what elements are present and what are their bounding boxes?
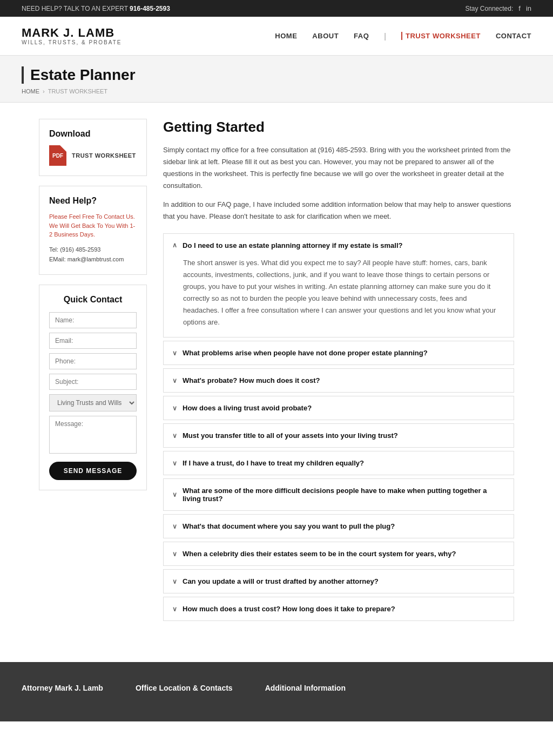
help-text: NEED HELP? TALK TO AN EXPERT 916-485-259… [22, 5, 170, 12]
nav-contact[interactable]: CONTACT [496, 32, 531, 40]
faq-question: If I have a trust, do I have to treat my… [183, 459, 364, 467]
chevron-icon: ∨ [172, 491, 177, 498]
need-help-box: Need Help? Please Feel Free To Contact U… [39, 186, 147, 275]
faq-header[interactable]: ∨What problems arise when people have no… [164, 341, 514, 364]
chevron-icon: ∨ [172, 550, 177, 558]
quick-contact-title: Quick Contact [49, 295, 137, 305]
faq-question: Must you transfer title to all of your a… [183, 431, 398, 440]
faq-item: ∨When a celebrity dies their estates see… [163, 542, 514, 566]
faq-question: How much does a trust cost? How long doe… [183, 605, 395, 613]
faq-list: ∧Do I need to use an estate planning att… [163, 233, 514, 622]
faq-header[interactable]: ∨How much does a trust cost? How long do… [164, 597, 514, 620]
send-message-button[interactable]: SEND MESSAGE [49, 462, 137, 480]
faq-header[interactable]: ∨What are some of the more difficult dec… [164, 479, 514, 510]
chevron-icon: ∨ [172, 432, 177, 440]
faq-question: What's probate? How much does it cost? [183, 376, 320, 384]
need-help-text: Please Feel Free To Contact Us. We Will … [49, 212, 137, 239]
chevron-icon: ∨ [172, 605, 177, 613]
quick-contact-box: Quick Contact Living Trusts and Wills SE… [39, 285, 147, 490]
download-box: Download PDF TRUST WORKSHEET [39, 119, 147, 176]
nav-home[interactable]: HOME [275, 32, 297, 40]
linkedin-link[interactable]: in [526, 4, 531, 12]
main-layout: Download PDF TRUST WORKSHEET Need Help? … [17, 103, 536, 640]
message-input[interactable] [49, 416, 137, 454]
chevron-icon: ∧ [172, 241, 177, 249]
sidebar: Download PDF TRUST WORKSHEET Need Help? … [39, 119, 147, 624]
faq-item: ∨Can you update a will or trust drafted … [163, 569, 514, 593]
faq-item: ∨If I have a trust, do I have to treat m… [163, 451, 514, 475]
header: MARK J. LAMB WILLS, TRUSTS, & PROBATE HO… [0, 17, 553, 56]
nav-faq[interactable]: FAQ [354, 32, 369, 40]
email-input[interactable] [49, 333, 137, 349]
contact-info: Tel: (916) 485-2593 EMail: mark@lambtrus… [49, 245, 137, 265]
faq-header[interactable]: ∨What's probate? How much does it cost? [164, 369, 514, 392]
faq-question: What problems arise when people have not… [183, 349, 428, 357]
faq-item: ∨How does a living trust avoid probate? [163, 396, 514, 420]
chevron-icon: ∨ [172, 523, 177, 530]
faq-question: What's that document where you say you w… [183, 522, 395, 530]
footer: Attorney Mark J. Lamb Office Location & … [0, 662, 553, 721]
faq-item: ∨How much does a trust cost? How long do… [163, 597, 514, 621]
faq-header[interactable]: ∨Can you update a will or trust drafted … [164, 570, 514, 593]
faq-item: ∨What are some of the more difficult dec… [163, 478, 514, 511]
chevron-icon: ∨ [172, 349, 177, 357]
chevron-icon: ∨ [172, 377, 177, 384]
pdf-icon: PDF [49, 145, 66, 166]
nav-about[interactable]: ABOUT [312, 32, 339, 40]
name-input[interactable] [49, 312, 137, 328]
content-area: Getting Started Simply contact my office… [163, 119, 514, 624]
faq-question: What are some of the more difficult deci… [183, 487, 505, 503]
breadcrumb-current: TRUST WORKSHEET [48, 88, 107, 94]
logo: MARK J. LAMB WILLS, TRUSTS, & PROBATE [22, 26, 122, 45]
footer-grid: Attorney Mark J. Lamb Office Location & … [22, 684, 531, 700]
chevron-icon: ∨ [172, 460, 177, 467]
faq-item: ∨What's that document where you say you … [163, 514, 514, 538]
faq-header[interactable]: ∨What's that document where you say you … [164, 515, 514, 538]
faq-question: When a celebrity dies their estates seem… [183, 550, 456, 558]
main-nav: HOME ABOUT FAQ | TRUST WORKSHEET CONTACT [275, 32, 531, 40]
faq-question: Do I need to use an estate planning atto… [183, 241, 402, 249]
breadcrumb-home[interactable]: HOME [22, 88, 39, 94]
faq-item: ∧Do I need to use an estate planning att… [163, 233, 514, 338]
faq-header[interactable]: ∧Do I need to use an estate planning att… [164, 234, 514, 257]
faq-header[interactable]: ∨Must you transfer title to all of your … [164, 424, 514, 447]
chevron-icon: ∨ [172, 578, 177, 585]
download-label: TRUST WORKSHEET [72, 152, 136, 159]
faq-header[interactable]: ∨When a celebrity dies their estates see… [164, 542, 514, 565]
topic-select[interactable]: Living Trusts and Wills [49, 394, 137, 411]
page-title: Estate Planner [22, 66, 531, 84]
nav-trust-worksheet[interactable]: TRUST WORKSHEET [401, 32, 481, 40]
breadcrumb: HOME › TRUST WORKSHEET [22, 88, 531, 94]
page-header: Estate Planner HOME › TRUST WORKSHEET [0, 56, 553, 103]
footer-col-3: Additional Information [265, 684, 346, 700]
section-title: Getting Started [163, 119, 514, 136]
intro-paragraph-2: In addition to our FAQ page, I have incl… [163, 199, 514, 222]
phone-input[interactable] [49, 353, 137, 369]
intro-paragraph-1: Simply contact my office for a free cons… [163, 144, 514, 192]
chevron-icon: ∨ [172, 404, 177, 412]
faq-question: How does a living trust avoid probate? [183, 404, 312, 412]
download-title: Download [49, 129, 137, 139]
download-item[interactable]: PDF TRUST WORKSHEET [49, 145, 137, 166]
subject-input[interactable] [49, 374, 137, 390]
faq-item: ∨What problems arise when people have no… [163, 341, 514, 365]
footer-col-2: Office Location & Contacts [136, 684, 233, 700]
facebook-link[interactable]: f [518, 4, 521, 12]
faq-answer: The short answer is yes. What did you ex… [164, 257, 514, 338]
footer-col-1: Attorney Mark J. Lamb [22, 684, 103, 700]
top-bar: NEED HELP? TALK TO AN EXPERT 916-485-259… [0, 0, 553, 17]
faq-header[interactable]: ∨If I have a trust, do I have to treat m… [164, 451, 514, 475]
faq-header[interactable]: ∨How does a living trust avoid probate? [164, 396, 514, 420]
faq-item: ∨What's probate? How much does it cost? [163, 368, 514, 393]
faq-question: Can you update a will or trust drafted b… [183, 577, 379, 585]
social-links: Stay Connected: f in [466, 4, 531, 12]
need-help-title: Need Help? [49, 196, 137, 206]
faq-item: ∨Must you transfer title to all of your … [163, 423, 514, 448]
